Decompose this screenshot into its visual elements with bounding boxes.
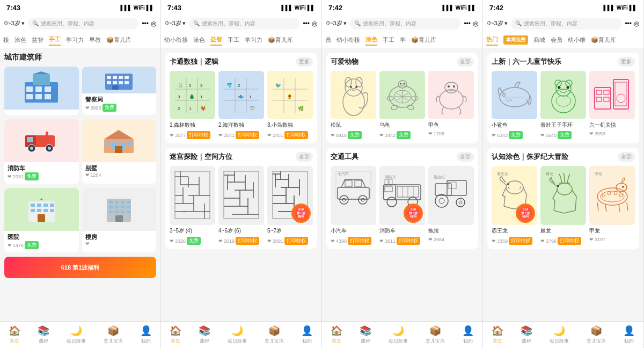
target-icon-2[interactable]: ◎ bbox=[312, 20, 317, 27]
nav-tab-shougong2[interactable]: 手工 bbox=[228, 35, 239, 45]
nav-tab-yuerku3[interactable]: 📦育儿库 bbox=[411, 35, 436, 45]
badge-618-trex: 618第1波福利 bbox=[516, 204, 535, 223]
bottom-nav-course-1[interactable]: 📚 课程 bbox=[38, 325, 49, 345]
scroll-area-4[interactable]: 上新｜六一儿童节快乐 更多 bbox=[483, 48, 643, 321]
nav-tab-mall4[interactable]: 商城 bbox=[533, 35, 545, 45]
nav-tab-yizhi[interactable]: 益智 bbox=[32, 35, 43, 45]
nav-tab-youxiao3[interactable]: 幼小衔接 bbox=[336, 35, 360, 45]
bottom-nav-course-3[interactable]: 📚 课程 bbox=[360, 325, 371, 345]
nav-tab-free-badge[interactable]: 本周免费 bbox=[503, 35, 528, 45]
nav-tab-shougong[interactable]: 手工 bbox=[49, 34, 61, 46]
card-police[interactable]: 警察局 ❤3906 免费 bbox=[82, 67, 157, 115]
scroll-area-1[interactable]: 城市建筑师 bbox=[0, 48, 160, 321]
bottom-nav-home-1[interactable]: 🏠 首页 bbox=[9, 325, 20, 345]
nav-tab-yuerku1[interactable]: 📦育儿库 bbox=[106, 35, 131, 45]
bottom-nav-library-4[interactable]: 📦 育儿宝库 bbox=[587, 325, 606, 345]
bottom-nav-me-4[interactable]: 👤 我的 bbox=[623, 325, 635, 345]
nav-tab-tuse3[interactable]: 涂色 bbox=[365, 34, 377, 46]
bottom-nav-home-3[interactable]: 🏠 首页 bbox=[331, 325, 342, 345]
nav-tab-tuse2[interactable]: 涂色 bbox=[193, 35, 205, 45]
nav-tab-hot4[interactable]: 热门 bbox=[486, 34, 498, 46]
new-card-kidsday[interactable]: 六一机关悦 ❤3553 bbox=[589, 71, 635, 139]
target-icon-4[interactable]: ◎ bbox=[634, 20, 639, 27]
search-input-3[interactable]: 🔍 搜索应用、课程、内容 bbox=[350, 18, 461, 30]
nav-tab-xuexi2[interactable]: 学习力 bbox=[245, 35, 262, 45]
bottom-nav-story-1[interactable]: 🌙 每日故事 bbox=[67, 325, 86, 345]
maze-card-1[interactable]: 3~5岁 (4) ❤3326 免费 bbox=[170, 166, 215, 245]
nav-tab-yuan3[interactable]: 员 bbox=[325, 35, 331, 45]
transport-more[interactable]: 全部 bbox=[457, 152, 474, 162]
bottom-nav-story-3[interactable]: 🌙 每日故事 bbox=[389, 325, 408, 345]
bottom-nav-me-3[interactable]: 👤 我的 bbox=[462, 325, 474, 345]
sudoku-card-2[interactable]: 🐬 🐟 🦈 2 1 2.海洋数独 ❤3541 打印特权 bbox=[218, 71, 264, 139]
animals-more[interactable]: 全部 bbox=[457, 57, 474, 67]
age-selector-4[interactable]: 0~3岁 ▾ bbox=[487, 19, 508, 27]
new-card-shark[interactable]: 小鲨鱼 ❤6343 免费 bbox=[492, 71, 537, 139]
banner-618-1[interactable]: 618 第1波福利 bbox=[4, 257, 156, 278]
target-icon-1[interactable]: ◎ bbox=[151, 20, 156, 27]
dino-more[interactable]: 全部 bbox=[618, 152, 635, 162]
search-input-2[interactable]: 🔍 搜索应用、课程、内容 bbox=[189, 18, 300, 30]
card-apartment[interactable]: 楼房 ❤ bbox=[82, 188, 157, 252]
svg-point-218 bbox=[608, 192, 611, 195]
nav-tab-xue3[interactable]: 学 bbox=[400, 35, 406, 45]
new-card-frog[interactable]: 青蛙王子手环 ❤5640 免费 bbox=[540, 71, 586, 139]
nav-tab-yuerku4[interactable]: 📦育儿库 bbox=[591, 35, 616, 45]
bottom-nav-story-4[interactable]: 🌙 每日故事 bbox=[550, 325, 569, 345]
bottom-nav-library-2[interactable]: 📦 育儿宝库 bbox=[265, 325, 284, 345]
scroll-area-2[interactable]: 卡通数独｜逻辑 更多 🐰 🌲 🦊 bbox=[161, 48, 321, 321]
target-icon-3[interactable]: ◎ bbox=[473, 20, 478, 27]
scroll-area-3[interactable]: 可爱动物 全部 bbox=[322, 48, 482, 321]
sudoku-card-1[interactable]: 🐰 🌲 🦊 2 3 3 1 2 1 1.森林数独 ❤30 bbox=[170, 71, 215, 139]
course-label-2: 课程 bbox=[200, 338, 209, 345]
transport-card-fire[interactable]: 消防车 618第1波福利 消防车 ❤3611 打印特权 bbox=[379, 166, 425, 245]
bottom-nav-course-2[interactable]: 📚 课程 bbox=[199, 325, 210, 345]
maze-card-2[interactable]: 4~6岁 (6) ❤2019 打印特权 bbox=[218, 166, 264, 245]
nav-tab-youxiao[interactable]: 幼小衔接 bbox=[164, 35, 188, 45]
sudoku-img-1: 🐰 🌲 🦊 2 3 3 1 2 1 bbox=[170, 71, 215, 119]
bottom-nav-me-1[interactable]: 👤 我的 bbox=[140, 325, 152, 345]
transport-card-car[interactable]: 小汽车 小汽车 ❤4390 打印特权 bbox=[331, 166, 376, 245]
more-icon-1[interactable]: ••• bbox=[142, 20, 149, 27]
maze-card-3[interactable]: 618第1波福利 5~7岁 ❤3891 打印特权 bbox=[267, 166, 313, 245]
animal-card-snapper[interactable]: 甲鱼 ❤1706 bbox=[428, 71, 474, 139]
nav-tab-youwei4[interactable]: 幼小维 bbox=[568, 35, 586, 45]
dino-card-spino[interactable]: 棘龙 棘龙 bbox=[540, 166, 586, 245]
nav-tab-tuse[interactable]: 涂色 bbox=[14, 35, 26, 45]
search-input-1[interactable]: 🔍 搜索应用、课程、内容 bbox=[28, 18, 139, 30]
animal-card-squirrel[interactable]: 松鼠 ❤8416 免费 bbox=[331, 71, 376, 139]
nav-tab-zaojiao[interactable]: 早教 bbox=[89, 35, 101, 45]
dino-card-trex[interactable]: 霸王龙 618第1波福利 霸王龙 bbox=[492, 166, 537, 245]
bottom-nav-library-3[interactable]: 📦 育儿宝库 bbox=[426, 325, 445, 345]
transport-card-tractor[interactable]: 拖拉机 拖拉 ❤2684 bbox=[428, 166, 474, 245]
bottom-nav-story-2[interactable]: 🌙 每日故事 bbox=[228, 325, 247, 345]
nav-tab-shougong3[interactable]: 手工 bbox=[383, 35, 394, 45]
hero-card-building[interactable] bbox=[4, 67, 79, 115]
more-icon-2[interactable]: ••• bbox=[303, 20, 310, 27]
dino-card-anky[interactable]: 甲龙 bbox=[589, 166, 635, 245]
card-firetruck[interactable]: 消防车 ❤2081 免费 bbox=[4, 119, 79, 184]
age-selector-1[interactable]: 0~3岁 ▾ bbox=[4, 19, 25, 27]
age-selector-2[interactable]: 0~3岁 ▾ bbox=[165, 19, 186, 27]
nav-tab-jie[interactable]: 接 bbox=[3, 35, 9, 45]
nav-tab-yizhi2[interactable]: 益智 bbox=[210, 34, 222, 46]
bottom-nav-me-2[interactable]: 👤 我的 bbox=[301, 325, 313, 345]
card-villa[interactable]: 别墅 ❤1204 bbox=[82, 119, 157, 184]
animal-card-turtle[interactable]: 乌龟 ❤3442 免费 bbox=[379, 71, 425, 139]
bottom-nav-home-2[interactable]: 🏠 首页 bbox=[170, 325, 181, 345]
nav-tab-member4[interactable]: 会员 bbox=[551, 35, 562, 45]
nav-tab-xuexi[interactable]: 学习力 bbox=[66, 35, 84, 45]
nav-tab-yuerku2[interactable]: 📦育儿库 bbox=[268, 35, 293, 45]
sudoku-card-3[interactable]: 🐦 🌻 🌿 3.小鸟数独 ❤2451 打印特权 bbox=[267, 71, 313, 139]
more-icon-4[interactable]: ••• bbox=[625, 20, 632, 27]
age-selector-3[interactable]: 0~3岁 ▾ bbox=[326, 19, 347, 27]
card-hospital[interactable]: + 医院 ❤1476 免费 bbox=[4, 188, 79, 252]
search-input-4[interactable]: 🔍 搜索应用、课程、内容 bbox=[511, 18, 622, 30]
maze-more[interactable]: 全部 bbox=[296, 152, 313, 162]
new-more[interactable]: 更多 bbox=[618, 57, 635, 67]
bottom-nav-course-4[interactable]: 📚 课程 bbox=[521, 325, 532, 345]
sudoku-more[interactable]: 更多 bbox=[296, 57, 313, 67]
bottom-nav-library-1[interactable]: 📦 育儿宝库 bbox=[104, 325, 123, 345]
bottom-nav-home-4[interactable]: 🏠 首页 bbox=[492, 325, 503, 345]
more-icon-3[interactable]: ••• bbox=[464, 20, 471, 27]
